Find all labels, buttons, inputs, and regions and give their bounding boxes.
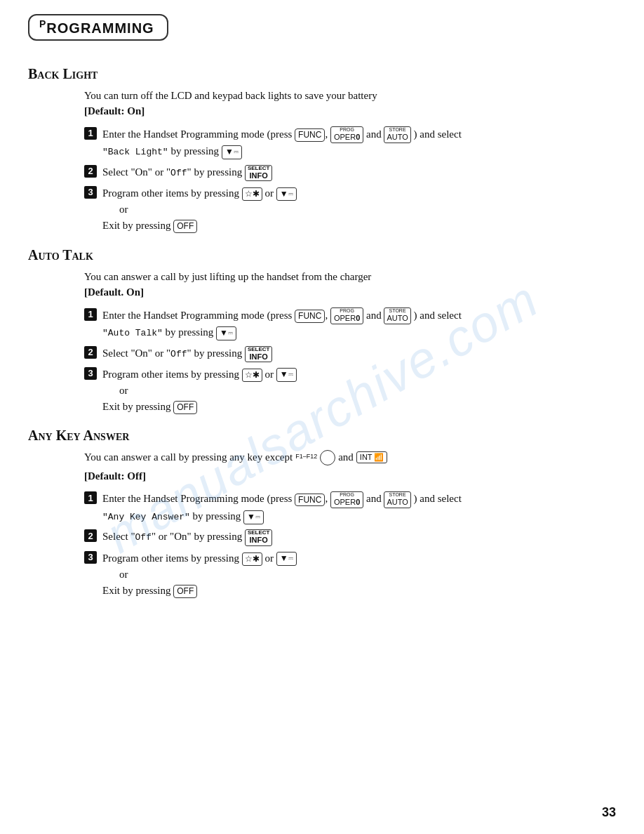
- store-auto-key-at1: STOREAUTO: [384, 307, 410, 324]
- section-back-light: Back Light You can turn off the LCD and …: [28, 66, 616, 234]
- gs-star-btn: ☆✱: [242, 187, 262, 201]
- f1-f12-circle: [320, 450, 335, 465]
- func-key: FUNC: [295, 128, 325, 142]
- scroll-btn-aka1: ▼⎓: [243, 510, 264, 524]
- select-info-btn-at2: SELECT INFO: [245, 346, 273, 362]
- step-at-1: 1 Enter the Handset Programming mode (pr…: [84, 307, 609, 341]
- select-info-btn-bl2: SELECT INFO: [245, 165, 273, 181]
- section-title-auto-talk: Auto Talk: [28, 247, 616, 263]
- store-auto-key-aka1: STOREAUTO: [384, 491, 410, 508]
- oper-key: PROGOPER0: [330, 126, 363, 143]
- section-any-key-answer: Any Key Answer You can answer a call by …: [28, 428, 616, 599]
- gs-star-btn-at3: ☆✱: [242, 369, 262, 382]
- section-title-back-light: Back Light: [28, 66, 616, 82]
- section-intro-back-light: You can turn off the LCD and keypad back…: [84, 88, 616, 119]
- scroll-btn-bl3: ▼⎓: [276, 187, 297, 201]
- oper-key-aka1: PROGOPER0: [330, 491, 363, 508]
- section-intro-auto-talk: You can answer a call by just lifting up…: [84, 269, 616, 300]
- and-text-1: and: [366, 128, 382, 140]
- scroll-btn-at3: ▼⎓: [276, 368, 297, 382]
- gs-star-btn-aka3: ☆✱: [242, 552, 262, 566]
- store-auto-key: STOREAUTO: [384, 126, 410, 143]
- section-auto-talk: Auto Talk You can answer a call by just …: [28, 247, 616, 416]
- step-bl-1: 1 Enter the Handset Programming mode (pr…: [84, 126, 609, 160]
- step-aka-3: 3 Program other items by pressing ☆✱ or …: [84, 550, 609, 600]
- step-at-2: 2 Select "On" or "Off" by pressing SELEC…: [84, 345, 609, 362]
- page-header: PROGRAMMING: [28, 14, 168, 41]
- step-aka-2: 2 Select "Off" or "On" by pressing SELEC…: [84, 529, 609, 545]
- section-title-any-key-answer: Any Key Answer: [28, 428, 616, 444]
- page-number: 33: [602, 805, 616, 820]
- and-text-aka: and: [338, 449, 354, 465]
- and-text-aka1: and: [366, 493, 382, 504]
- header-title: PROGRAMMING: [39, 20, 154, 36]
- scroll-btn-aka3: ▼⎓: [276, 552, 297, 566]
- step-bl-3: 3 Program other items by pressing ☆✱ or …: [84, 185, 609, 234]
- scroll-down-btn: ▼⎓: [222, 145, 242, 159]
- off-btn-at3: OFF: [173, 401, 197, 414]
- off-btn-bl3: OFF: [173, 220, 197, 233]
- scroll-btn-at1: ▼⎓: [216, 326, 236, 340]
- step-aka-1: 1 Enter the Handset Programming mode (pr…: [84, 491, 609, 524]
- step-bl-2: 2 Select "On" or "Off" by pressing SELEC…: [84, 164, 609, 181]
- section-intro-any-key-answer: You can answer a call by pressing any ke…: [84, 449, 616, 484]
- and-text-at1: and: [366, 310, 382, 321]
- step-at-3: 3 Program other items by pressing ☆✱ or …: [84, 366, 609, 416]
- int-btn: INT 📶: [356, 451, 388, 463]
- oper-key-at1: PROGOPER0: [330, 307, 363, 324]
- off-btn-aka3: OFF: [173, 585, 197, 598]
- select-info-btn-aka2: SELECT INFO: [245, 529, 273, 545]
- func-key-aka1: FUNC: [295, 494, 325, 507]
- func-key-at1: FUNC: [295, 310, 325, 323]
